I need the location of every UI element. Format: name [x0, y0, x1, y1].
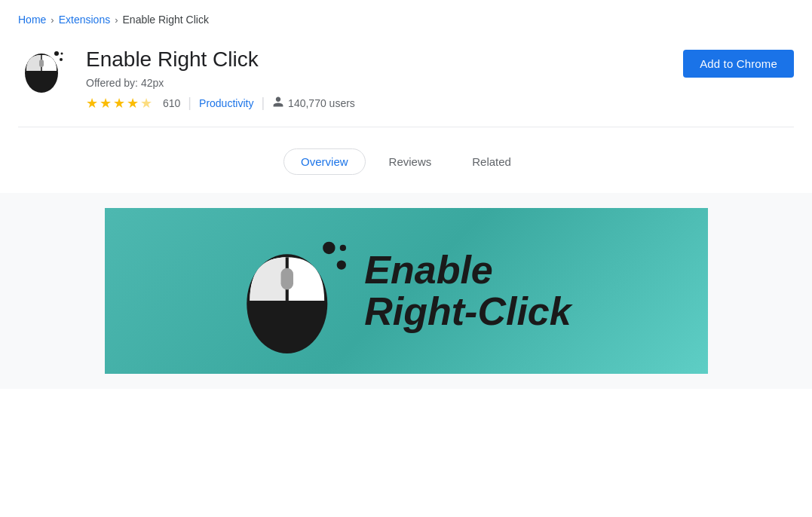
extension-title: Enable Right Click: [86, 47, 355, 72]
category-link[interactable]: Productivity: [199, 97, 253, 109]
star-4: ★: [127, 95, 139, 112]
breadcrumb-extensions[interactable]: Extensions: [59, 14, 110, 26]
star-3: ★: [113, 95, 125, 112]
star-rating: ★ ★ ★ ★ ★: [86, 95, 152, 112]
svg-rect-8: [281, 268, 293, 290]
users-info: 140,770 users: [272, 96, 355, 111]
breadcrumb: Home › Extensions › Enable Right Click: [0, 0, 812, 36]
breadcrumb-sep-1: ›: [51, 14, 54, 26]
star-5: ★: [140, 95, 152, 112]
svg-point-5: [61, 53, 63, 55]
header-left: Enable Right Click Offered by: 42px ★ ★ …: [18, 44, 355, 112]
breadcrumb-current: Enable Right Click: [123, 14, 209, 26]
tab-overview[interactable]: Overview: [283, 148, 366, 175]
extension-meta: ★ ★ ★ ★ ★ 610 | Productivity |: [86, 95, 355, 112]
rating-count: 610: [163, 97, 180, 109]
extension-banner: Enable Right-Click: [105, 208, 708, 374]
svg-point-9: [323, 242, 335, 254]
tab-reviews[interactable]: Reviews: [372, 148, 449, 175]
svg-point-3: [54, 51, 59, 56]
extension-header: Enable Right Click Offered by: 42px ★ ★ …: [0, 36, 812, 127]
banner-mouse-icon: [241, 223, 346, 358]
users-count: 140,770 users: [288, 97, 355, 109]
star-1: ★: [86, 95, 98, 112]
breadcrumb-home[interactable]: Home: [18, 14, 46, 26]
mouse-icon: [19, 44, 70, 96]
banner-container: Enable Right-Click: [18, 208, 794, 374]
meta-divider-2: |: [261, 95, 265, 111]
banner-content: Enable Right-Click: [210, 208, 601, 373]
meta-divider-1: |: [188, 95, 192, 111]
extension-offered-by: Offered by: 42px: [86, 77, 355, 89]
svg-point-4: [60, 58, 63, 61]
star-2: ★: [100, 95, 112, 112]
users-icon: [272, 96, 284, 111]
banner-text: Enable Right-Click: [364, 249, 571, 332]
breadcrumb-sep-2: ›: [115, 14, 118, 26]
extension-icon: [18, 44, 71, 96]
add-to-chrome-button[interactable]: Add to Chrome: [683, 50, 794, 78]
extension-info: Enable Right Click Offered by: 42px ★ ★ …: [86, 44, 355, 112]
svg-rect-2: [39, 60, 44, 67]
svg-point-11: [340, 245, 346, 251]
page-content: Enable Right-Click: [0, 193, 812, 389]
tabs-container: Overview Reviews Related: [0, 127, 812, 193]
svg-point-10: [337, 261, 346, 270]
tab-related[interactable]: Related: [455, 148, 529, 175]
